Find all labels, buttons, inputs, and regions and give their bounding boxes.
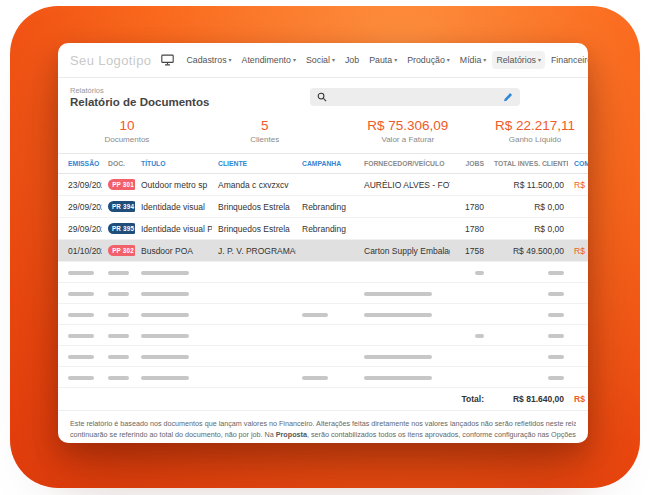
skeleton-bar bbox=[302, 313, 328, 317]
skeleton-cell bbox=[135, 304, 212, 325]
page-title: Relatório de Documentos bbox=[70, 96, 209, 108]
column-header-emissao[interactable]: EMISSÃO▼ bbox=[58, 154, 102, 174]
cell-emissao: 29/09/2025 bbox=[58, 218, 102, 240]
skeleton-cell bbox=[488, 304, 568, 325]
skeleton-cell bbox=[58, 346, 102, 367]
cell-total: R$ 11.500,00 bbox=[488, 174, 568, 196]
nav-item-relatorios[interactable]: Relatórios▾ bbox=[492, 51, 545, 69]
nav-item-label: Job bbox=[345, 55, 359, 65]
nav-item-label: Financeiro bbox=[551, 55, 588, 65]
table-footer-body: Total: R$ 81.640,00 R$ bbox=[58, 388, 588, 411]
nav-item-producao[interactable]: Produção▾ bbox=[403, 51, 454, 69]
column-header-doc[interactable]: DOC. bbox=[102, 154, 135, 174]
skeleton-cell bbox=[212, 325, 296, 346]
skeleton-bar bbox=[548, 334, 564, 338]
skeleton-bar bbox=[141, 271, 189, 275]
cell-emissao: 29/09/2025 bbox=[58, 196, 102, 218]
skeleton-bar bbox=[68, 355, 94, 359]
skeleton-cell bbox=[135, 367, 212, 388]
stat-valor-a-faturar: R$ 75.306,09 Valor a Faturar bbox=[334, 118, 482, 144]
column-header-com[interactable]: COM. D bbox=[568, 154, 588, 174]
table-row[interactable]: 29/09/2025 PR 394 Identidade visual Brin… bbox=[58, 196, 588, 218]
edit-pencil-icon[interactable] bbox=[503, 88, 513, 106]
cell-campanha bbox=[296, 240, 358, 262]
skeleton-cell bbox=[358, 283, 450, 304]
desktop-icon[interactable] bbox=[161, 54, 174, 66]
nav-item-label: Atendimento bbox=[242, 55, 291, 65]
skeleton-cell bbox=[296, 262, 358, 283]
column-header-fornecedor[interactable]: FORNECEDOR/VEÍCULO bbox=[358, 154, 450, 174]
doc-badge[interactable]: PP 302 bbox=[108, 245, 135, 256]
stat-label: Ganho Líquido bbox=[482, 135, 588, 144]
nav-item-job[interactable]: Job bbox=[341, 51, 363, 69]
column-header-campanha[interactable]: CAMPANHA bbox=[296, 154, 358, 174]
documents-table-wrapper: EMISSÃO▼ DOC. TÍTULO CLIENTE CAMPANHA FO… bbox=[58, 153, 588, 411]
cell-jobs: 1780 bbox=[450, 196, 488, 218]
column-header-cliente[interactable]: CLIENTE bbox=[212, 154, 296, 174]
skeleton-bar bbox=[68, 271, 94, 275]
column-label: FORNECEDOR/VEÍCULO bbox=[364, 160, 444, 167]
summary-stats: 10 Documentos 5 Clientes R$ 75.306,09 Va… bbox=[58, 113, 588, 153]
column-header-total-inves[interactable]: TOTAL INVES. CLIENTEi bbox=[488, 154, 568, 174]
skeleton-cell bbox=[296, 325, 358, 346]
skeleton-bar bbox=[364, 355, 432, 359]
skeleton-cell bbox=[212, 367, 296, 388]
table-row-skeleton bbox=[58, 325, 588, 346]
doc-badge[interactable]: PP 301 bbox=[108, 179, 135, 190]
stat-label: Documentos bbox=[58, 135, 196, 144]
column-header-jobs[interactable]: JOBS bbox=[450, 154, 488, 174]
top-nav: Seu Logotipo Cadastros▾ Atendimento▾ Soc… bbox=[58, 43, 588, 78]
skeleton-cell bbox=[358, 346, 450, 367]
cell-fornecedor: AURÉLIO ALVES - FOTOGRAFIA bbox=[358, 174, 450, 196]
cell-jobs: 1758 bbox=[450, 240, 488, 262]
stat-value: R$ 75.306,09 bbox=[334, 118, 482, 133]
skeleton-cell bbox=[568, 325, 588, 346]
breadcrumb: Relatórios bbox=[70, 86, 209, 95]
table-row-skeleton bbox=[58, 262, 588, 283]
stat-value: R$ 22.217,11 bbox=[482, 118, 588, 133]
skeleton-cell bbox=[102, 325, 135, 346]
nav-menu: Cadastros▾ Atendimento▾ Social▾ Job Paut… bbox=[182, 51, 588, 69]
nav-item-financeiro[interactable]: Financeiro▾ bbox=[547, 51, 588, 69]
skeleton-cell bbox=[102, 346, 135, 367]
skeleton-cell bbox=[450, 262, 488, 283]
skeleton-cell bbox=[450, 367, 488, 388]
skeleton-cell bbox=[358, 325, 450, 346]
nav-item-cadastros[interactable]: Cadastros▾ bbox=[182, 51, 235, 69]
skeleton-cell bbox=[568, 283, 588, 304]
skeleton-bar bbox=[108, 334, 129, 338]
footer-note: Este relatório é baseado nos documentos … bbox=[58, 411, 588, 443]
column-header-titulo[interactable]: TÍTULO bbox=[135, 154, 212, 174]
skeleton-cell bbox=[135, 325, 212, 346]
cell-campanha: Rebranding bbox=[296, 196, 358, 218]
table-row[interactable]: 29/09/2025 PR 395 Identidade visual PR2 … bbox=[58, 218, 588, 240]
search-input[interactable] bbox=[332, 92, 498, 103]
table-row[interactable]: 23/09/2025 PP 301 Outdoor metro sp Amand… bbox=[58, 174, 588, 196]
table-row-skeleton bbox=[58, 283, 588, 304]
skeleton-bar bbox=[68, 313, 94, 317]
search-icon bbox=[317, 88, 327, 106]
skeleton-bar bbox=[141, 355, 189, 359]
doc-badge[interactable]: PR 395 bbox=[108, 223, 135, 234]
chevron-down-icon: ▾ bbox=[229, 57, 232, 63]
footer-line1: Este relatório é baseado nos documentos … bbox=[70, 418, 576, 429]
skeleton-cell bbox=[488, 262, 568, 283]
cell-titulo: Outdoor metro sp bbox=[135, 174, 212, 196]
nav-item-pauta[interactable]: Pauta▾ bbox=[365, 51, 401, 69]
cell-titulo: Busdoor POA bbox=[135, 240, 212, 262]
skeleton-cell bbox=[568, 262, 588, 283]
skeleton-bar bbox=[548, 271, 564, 275]
cell-com: R$ bbox=[568, 174, 588, 196]
nav-item-atendimento[interactable]: Atendimento▾ bbox=[238, 51, 300, 69]
cell-total: R$ 0,00 bbox=[488, 218, 568, 240]
skeleton-cell bbox=[296, 304, 358, 325]
skeleton-bar bbox=[475, 271, 484, 275]
nav-item-social[interactable]: Social▾ bbox=[302, 51, 339, 69]
footer-text: continuarão se referindo ao total do doc… bbox=[70, 430, 276, 439]
search-bar[interactable] bbox=[310, 88, 520, 106]
table-row[interactable]: 01/10/2025 PP 302 Busdoor POA J. P. V. P… bbox=[58, 240, 588, 262]
doc-badge[interactable]: PR 394 bbox=[108, 201, 135, 212]
nav-item-midia[interactable]: Mídia▾ bbox=[456, 51, 491, 69]
cell-com bbox=[568, 196, 588, 218]
stat-value: 10 bbox=[58, 118, 196, 133]
